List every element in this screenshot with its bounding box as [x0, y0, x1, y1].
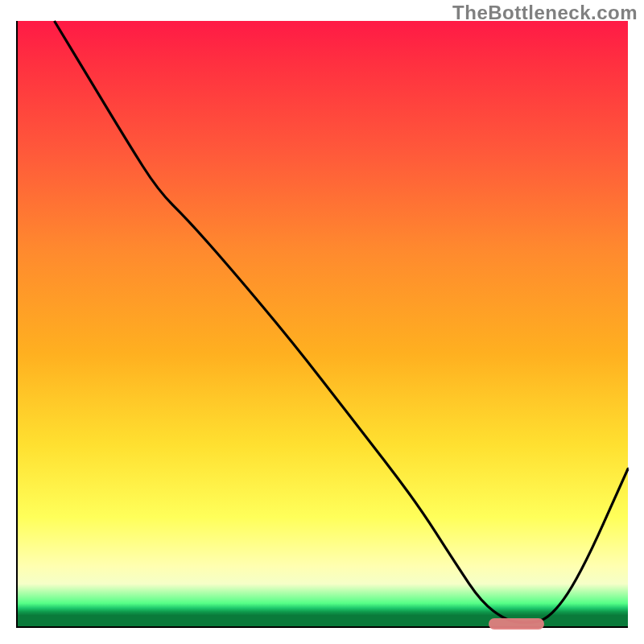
watermark-text: TheBottleneck.com	[452, 2, 638, 24]
curve-svg	[18, 21, 628, 626]
bottleneck-curve	[54, 21, 628, 622]
plot-area	[16, 21, 628, 628]
optimal-range-marker	[489, 618, 543, 630]
chart-root: TheBottleneck.com	[0, 0, 644, 644]
